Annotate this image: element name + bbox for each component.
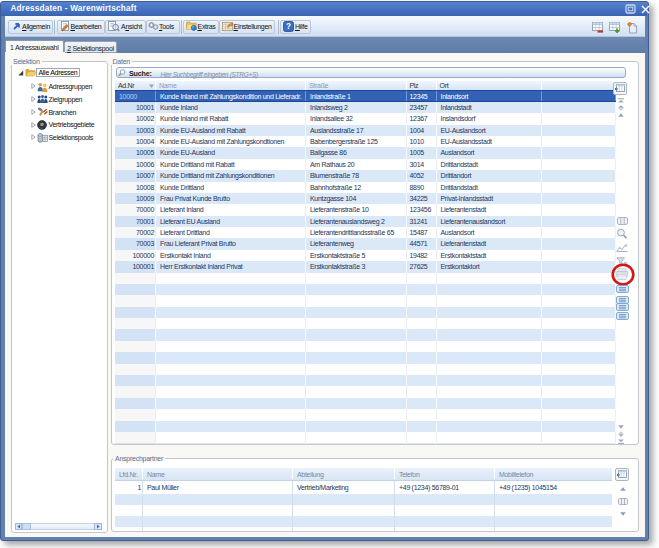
svg-text:?: ? xyxy=(285,22,290,31)
